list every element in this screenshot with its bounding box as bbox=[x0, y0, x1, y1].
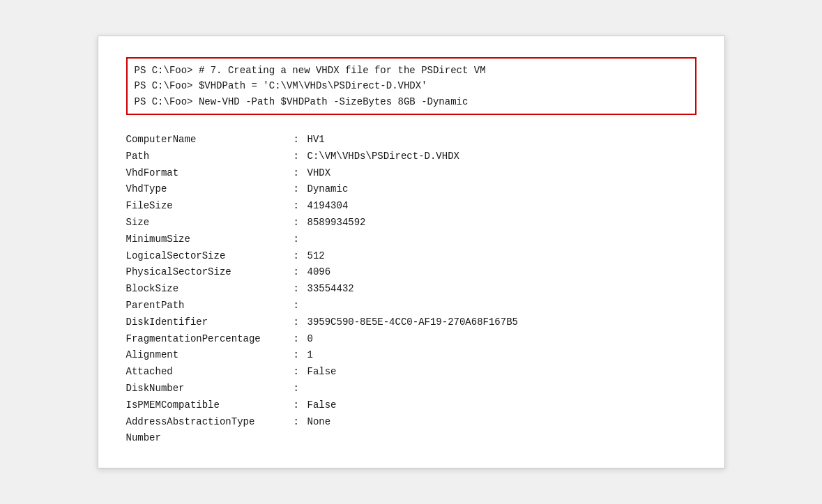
output-key: Number bbox=[126, 430, 294, 447]
output-row: Size: 8589934592 bbox=[126, 215, 697, 231]
output-key: ParentPath bbox=[126, 298, 294, 314]
output-row: IsPMEMCompatible: False bbox=[126, 397, 697, 414]
output-key: Attached bbox=[126, 364, 294, 381]
output-key: VhdType bbox=[126, 181, 294, 198]
output-value: VHDX bbox=[307, 165, 331, 182]
output-colon: : bbox=[294, 414, 307, 431]
output-row: Path: C:\VM\VHDs\PSDirect-D.VHDX bbox=[126, 148, 697, 165]
output-row: ComputerName: HV1 bbox=[126, 132, 697, 148]
output-colon: : bbox=[294, 198, 307, 215]
output-colon: : bbox=[294, 331, 307, 348]
output-value: C:\VM\VHDs\PSDirect-D.VHDX bbox=[307, 148, 459, 165]
output-table: ComputerName: HV1Path: C:\VM\VHDs\PSDire… bbox=[126, 132, 697, 447]
output-colon: : bbox=[294, 215, 307, 231]
output-key: ComputerName bbox=[126, 132, 294, 148]
command-line: PS C:\Foo> # 7. Creating a new VHDX file… bbox=[135, 63, 688, 78]
output-key: AddressAbstractionType bbox=[126, 414, 294, 431]
output-key: BlockSize bbox=[126, 281, 294, 298]
output-key: MinimumSize bbox=[126, 231, 294, 248]
output-colon: : bbox=[294, 298, 307, 314]
output-value: 4096 bbox=[307, 264, 331, 281]
output-key: FileSize bbox=[126, 198, 294, 215]
output-key: PhysicalSectorSize bbox=[126, 264, 294, 281]
output-colon: : bbox=[294, 264, 307, 281]
output-colon: : bbox=[294, 347, 307, 364]
command-line: PS C:\Foo> New-VHD -Path $VHDPath -SizeB… bbox=[135, 94, 688, 109]
output-row: VhdFormat: VHDX bbox=[126, 165, 697, 182]
output-row: Alignment: 1 bbox=[126, 347, 697, 364]
output-value: HV1 bbox=[307, 132, 325, 148]
output-colon: : bbox=[294, 248, 307, 265]
output-colon: : bbox=[294, 165, 307, 182]
output-row: Number bbox=[126, 430, 697, 447]
output-row: LogicalSectorSize: 512 bbox=[126, 248, 697, 265]
command-line: PS C:\Foo> $VHDPath = 'C:\VM\VHDs\PSDire… bbox=[135, 78, 688, 93]
output-key: Size bbox=[126, 215, 294, 231]
output-value: 4194304 bbox=[307, 198, 349, 215]
output-key: Path bbox=[126, 148, 294, 165]
output-colon: : bbox=[294, 314, 307, 331]
output-key: LogicalSectorSize bbox=[126, 248, 294, 265]
output-row: Attached: False bbox=[126, 364, 697, 381]
output-key: FragmentationPercentage bbox=[126, 331, 294, 348]
output-value: 8589934592 bbox=[307, 215, 366, 231]
output-row: PhysicalSectorSize: 4096 bbox=[126, 264, 697, 281]
output-colon: : bbox=[294, 231, 307, 248]
output-value: 33554432 bbox=[307, 281, 354, 298]
output-value: 3959C590-8E5E-4CC0-AF19-270A68F167B5 bbox=[307, 314, 518, 331]
output-value: 0 bbox=[307, 331, 313, 348]
terminal-window: PS C:\Foo> # 7. Creating a new VHDX file… bbox=[98, 36, 725, 468]
output-colon: : bbox=[294, 281, 307, 298]
output-colon: : bbox=[294, 397, 307, 414]
output-row: FragmentationPercentage: 0 bbox=[126, 331, 697, 348]
output-row: MinimumSize: bbox=[126, 231, 697, 248]
output-value: False bbox=[307, 364, 337, 381]
output-colon: : bbox=[294, 148, 307, 165]
output-row: AddressAbstractionType: None bbox=[126, 414, 697, 431]
output-value: False bbox=[307, 397, 337, 414]
output-colon: : bbox=[294, 132, 307, 148]
output-row: VhdType: Dynamic bbox=[126, 181, 697, 198]
output-colon: : bbox=[294, 181, 307, 198]
output-key: DiskIdentifier bbox=[126, 314, 294, 331]
output-key: VhdFormat bbox=[126, 165, 294, 182]
output-value: 1 bbox=[307, 347, 313, 364]
output-row: DiskIdentifier: 3959C590-8E5E-4CC0-AF19-… bbox=[126, 314, 697, 331]
output-row: ParentPath: bbox=[126, 298, 697, 314]
output-colon: : bbox=[294, 381, 307, 397]
output-value: None bbox=[307, 414, 331, 431]
output-key: DiskNumber bbox=[126, 381, 294, 397]
output-row: DiskNumber: bbox=[126, 381, 697, 397]
output-row: BlockSize: 33554432 bbox=[126, 281, 697, 298]
output-value: 512 bbox=[307, 248, 325, 265]
output-key: Alignment bbox=[126, 347, 294, 364]
command-block: PS C:\Foo> # 7. Creating a new VHDX file… bbox=[126, 57, 697, 115]
output-colon: : bbox=[294, 364, 307, 381]
output-value: Dynamic bbox=[307, 181, 349, 198]
output-key: IsPMEMCompatible bbox=[126, 397, 294, 414]
output-row: FileSize: 4194304 bbox=[126, 198, 697, 215]
